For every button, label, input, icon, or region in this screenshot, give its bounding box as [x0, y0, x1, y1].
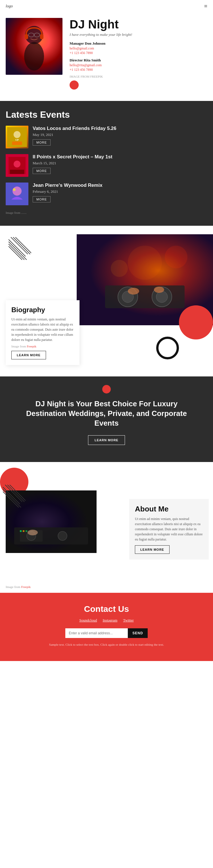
about-text: Ut enim ad minim veniam, quis nostrud ex…	[135, 516, 203, 542]
svg-point-16	[13, 188, 15, 191]
hero-person-photo	[6, 18, 63, 75]
bio-red-circle-large	[179, 305, 213, 339]
bio-image-credit-link[interactable]: Freepik	[27, 345, 36, 348]
instagram-link[interactable]: Instagram	[103, 618, 117, 623]
contact-section: Contact Us Soundcloud Instagram Twitter …	[0, 593, 213, 661]
svg-rect-2	[40, 34, 43, 39]
events-image-credit: Image from .......	[6, 211, 207, 214]
svg-line-19	[13, 237, 30, 254]
event-thumb-3	[6, 183, 28, 205]
about-image-credit: Image from Freepik	[6, 585, 31, 589]
bio-learn-more-button[interactable]: LEARN MORE	[11, 351, 46, 360]
contact-footer-text: Sample text. Click to select the text bo…	[6, 642, 207, 647]
contact-form: SEND	[6, 628, 207, 638]
event-1-date: May 19, 2021	[33, 132, 207, 137]
contact-social-links: Soundcloud Instagram Twitter	[6, 618, 207, 623]
svg-point-30	[128, 288, 139, 294]
svg-line-36	[5, 485, 22, 502]
contact-email-input[interactable]	[65, 628, 128, 638]
svg-rect-13	[10, 170, 24, 174]
svg-rect-48	[26, 530, 27, 532]
hero-title: DJ Night	[70, 18, 207, 31]
event-2-date: March 15, 2021	[33, 161, 207, 165]
about-title: About Me	[135, 505, 203, 514]
svg-line-17	[8, 239, 26, 256]
event-3-name: Jean Pierre's Wynwood Remix	[33, 183, 207, 188]
event-3-date: February 6, 2021	[33, 189, 207, 194]
event-thumb-1: UP	[6, 126, 28, 148]
logo: logo	[6, 4, 13, 8]
event-thumb-2	[6, 154, 28, 177]
svg-point-29	[156, 291, 168, 303]
svg-point-34	[111, 260, 128, 277]
cta-learn-more-button[interactable]: LEARN MORE	[88, 435, 125, 445]
svg-point-31	[154, 287, 164, 293]
event-3-more-button[interactable]: MORE	[33, 196, 50, 203]
event-2-more-button[interactable]: MORE	[33, 168, 50, 174]
event-1-name: Vatos Locos and Friends Friday 5.26	[33, 126, 207, 131]
hero-image-credit: IMAGE FROM FREEPIK	[70, 75, 207, 78]
svg-rect-46	[20, 530, 22, 532]
event-item: II Points x Secret Project – May 1st Mar…	[6, 154, 207, 177]
hero-subtitle: I have everything to make your life brig…	[70, 32, 207, 37]
bio-content-card: Biography Ut enim ad minim veniam, quis …	[6, 300, 79, 365]
svg-rect-1	[25, 34, 28, 39]
events-title: Latests Events	[6, 110, 207, 120]
about-section: About Me Ut enim ad minim veniam, quis n…	[0, 462, 213, 593]
hero-manager-label: Manager Don Johnson	[70, 41, 207, 46]
hero-manager-email: hello@gmail.com	[70, 46, 207, 51]
event-item: Jean Pierre's Wynwood Remix February 6, …	[6, 183, 207, 205]
menu-icon[interactable]: ≡	[204, 3, 207, 9]
event-1-info: Vatos Locos and Friends Friday 5.26 May …	[33, 126, 207, 146]
hero-red-circle-decoration	[70, 81, 79, 90]
hero-image	[6, 18, 63, 75]
svg-line-35	[3, 487, 20, 504]
svg-rect-25	[105, 285, 185, 308]
cta-title: DJ Night is Your Best Choice For Luxury …	[23, 399, 190, 428]
bio-black-circle-decoration	[156, 337, 179, 360]
event-2-info: II Points x Secret Project – May 1st Mar…	[33, 154, 207, 174]
svg-line-37	[7, 485, 25, 502]
contact-send-button[interactable]: SEND	[128, 628, 147, 638]
biography-section: Biography Ut enim ad minim veniam, quis …	[0, 226, 213, 376]
about-image-credit-link[interactable]: Freepik	[21, 585, 31, 589]
svg-line-18	[11, 237, 28, 254]
svg-point-49	[28, 530, 38, 535]
svg-point-3	[24, 42, 44, 70]
twitter-link[interactable]: Twitter	[123, 618, 134, 623]
hero-manager-phone: +1 123 456 7890	[70, 51, 207, 55]
svg-point-15	[12, 187, 22, 196]
svg-rect-9	[12, 142, 22, 145]
hero-director-phone: +1 123 456 7890	[70, 68, 207, 72]
cta-red-circle	[102, 385, 111, 394]
svg-text:UP: UP	[15, 138, 19, 141]
about-learn-more-button[interactable]: LEARN MORE	[135, 545, 170, 554]
svg-line-21	[8, 242, 27, 260]
event-item: UP Vatos Locos and Friends Friday 5.26 M…	[6, 126, 207, 148]
svg-point-45	[58, 531, 67, 540]
event-1-more-button[interactable]: MORE	[33, 139, 50, 146]
contact-title: Contact Us	[6, 604, 207, 614]
svg-point-33	[165, 246, 187, 269]
event-2-name: II Points x Secret Project – May 1st	[33, 154, 207, 160]
hero-director-label: Director Rita Smith	[70, 58, 207, 63]
hero-section: DJ Night I have everything to make your …	[0, 12, 213, 101]
svg-rect-47	[23, 530, 25, 532]
bio-decorative-lines	[8, 237, 31, 260]
bio-title: Biography	[11, 306, 74, 314]
bio-image-credit: Image from Freepik	[11, 345, 74, 348]
svg-line-39	[3, 489, 21, 507]
about-decorative-lines	[3, 485, 26, 507]
soundcloud-link[interactable]: Soundcloud	[79, 618, 97, 623]
cta-section: DJ Night is Your Best Choice For Luxury …	[0, 376, 213, 462]
svg-point-12	[14, 161, 21, 167]
events-section: Latests Events UP Vatos Locos and Friend…	[0, 101, 213, 226]
header: logo ≡	[0, 0, 213, 12]
event-3-info: Jean Pierre's Wynwood Remix February 6, …	[33, 183, 207, 203]
about-content-card: About Me Ut enim ad minim veniam, quis n…	[129, 499, 209, 560]
hero-director-email: hello@rita@gmail.com	[70, 63, 207, 67]
hero-content: DJ Night I have everything to make your …	[63, 18, 207, 90]
svg-point-32	[128, 246, 162, 280]
bio-text: Ut enim ad minim veniam, quis nostrud ex…	[11, 317, 74, 342]
svg-point-7	[14, 131, 21, 138]
